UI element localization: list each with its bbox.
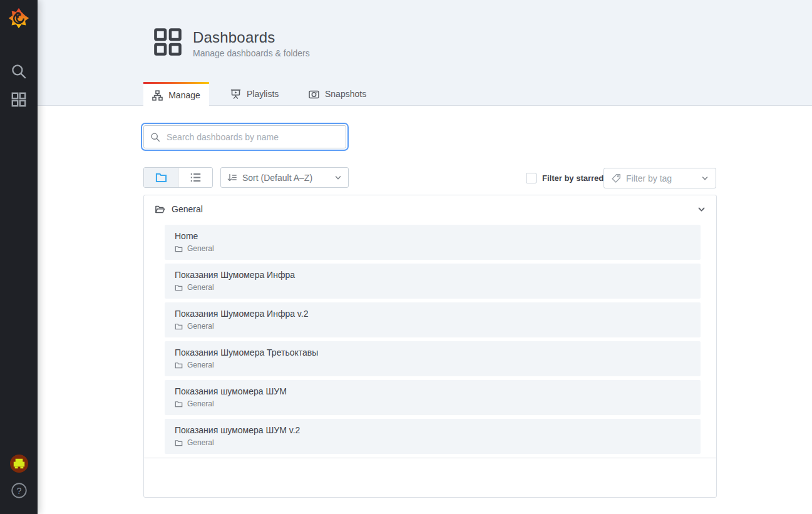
folder-open-icon (155, 204, 165, 215)
tab-snapshots-label: Snapshots (325, 89, 366, 99)
user-avatar (9, 454, 29, 473)
tab-playlists[interactable]: Playlists (220, 82, 289, 106)
dashboard-title: Home (175, 230, 691, 242)
search-icon (11, 63, 27, 80)
chevron-down-icon[interactable] (697, 205, 706, 213)
dashboard-folder: General (187, 322, 214, 331)
dashboard-title: Показания Шумомера Третьоктавы (175, 347, 691, 359)
sitemap-icon (152, 90, 163, 101)
list-view-icon (190, 172, 202, 183)
help-icon: ? (11, 482, 28, 499)
folder-view-button[interactable] (144, 168, 178, 187)
sidebar-dashboards-button[interactable] (0, 90, 38, 109)
starred-checkbox[interactable] (526, 173, 537, 183)
dashboard-folder: General (187, 283, 214, 292)
dashboard-row[interactable]: Показания Шумомера Третьоктавы General (165, 341, 701, 376)
folder-icon (175, 284, 183, 292)
results-divider (144, 458, 716, 458)
sidebar: ? (0, 0, 38, 514)
dashboard-search (143, 125, 346, 148)
tab-snapshots[interactable]: Snapshots (299, 82, 376, 106)
tab-manage[interactable]: Manage (143, 82, 209, 106)
tag-icon (611, 173, 621, 183)
folder-icon (175, 322, 183, 331)
dashboard-list: Home General Показания Шумомера Инфра Ge… (144, 223, 716, 454)
grafana-logo-icon (7, 6, 31, 30)
grafana-logo[interactable] (0, 5, 38, 31)
dashboard-row[interactable]: Показания шумомера ШУМ General (165, 380, 701, 415)
folder-view-icon (155, 172, 167, 183)
search-input[interactable] (165, 131, 346, 143)
search-results-container: General Home General Показания Шумомера … (143, 195, 717, 498)
sort-dropdown[interactable]: Sort (Default A–Z) (220, 167, 349, 188)
view-toggle-group (143, 167, 213, 188)
sort-dropdown-value: Sort (Default A–Z) (242, 173, 312, 183)
tab-manage-label: Manage (168, 90, 200, 100)
dashboard-title: Показания Шумомера Инфра (175, 269, 691, 281)
filter-by-tag-dropdown[interactable]: Filter by tag (604, 168, 716, 188)
folder-icon (175, 439, 183, 447)
dashboard-folder: General (187, 244, 214, 253)
sort-icon (227, 173, 237, 183)
list-view-button[interactable] (178, 168, 212, 187)
camera-icon (309, 89, 319, 100)
folder-icon (175, 245, 183, 253)
presentation-icon (230, 89, 241, 100)
folder-icon (175, 361, 183, 369)
dashboard-row[interactable]: Показания Шумомера Инфра General (165, 264, 701, 299)
search-icon (150, 132, 160, 142)
user-avatar-button[interactable] (0, 453, 38, 473)
page-subtitle: Manage dashboards & folders (193, 48, 310, 58)
dashboards-page-icon (153, 28, 182, 59)
dashboard-row-home[interactable]: Home General (165, 225, 701, 260)
grafana-dashboards-page: ? Dashboards Manage dashboards & folders… (0, 0, 812, 514)
folder-section-label: General (172, 204, 203, 214)
starred-checkbox-label[interactable]: Filter by starred (542, 173, 604, 183)
tab-playlists-label: Playlists (247, 89, 279, 99)
filter-by-tag-value: Filter by tag (626, 173, 672, 183)
chevron-down-icon (701, 175, 709, 182)
folder-section-general[interactable]: General (144, 195, 716, 223)
dashboard-title: Показания шумомера ШУМ v.2 (175, 424, 691, 436)
dashboard-folder: General (187, 361, 214, 369)
svg-text:?: ? (16, 485, 21, 495)
dashboard-row[interactable]: Показания Шумомера Инфра v.2 General (165, 302, 701, 337)
page-title: Dashboards (193, 29, 275, 46)
folder-icon (175, 400, 183, 408)
dashboard-row[interactable]: Показания шумомера ШУМ v.2 General (165, 419, 701, 454)
help-button[interactable]: ? (0, 481, 38, 500)
sidebar-search-button[interactable] (0, 62, 38, 81)
dashboards-grid-icon (11, 92, 26, 107)
dashboard-folder: General (187, 399, 214, 408)
dashboard-title: Показания Шумомера Инфра v.2 (175, 308, 691, 320)
chevron-down-icon (334, 174, 342, 182)
dashboard-title: Показания шумомера ШУМ (175, 386, 691, 398)
dashboard-folder: General (187, 438, 214, 447)
filter-by-starred: Filter by starred (526, 172, 604, 183)
